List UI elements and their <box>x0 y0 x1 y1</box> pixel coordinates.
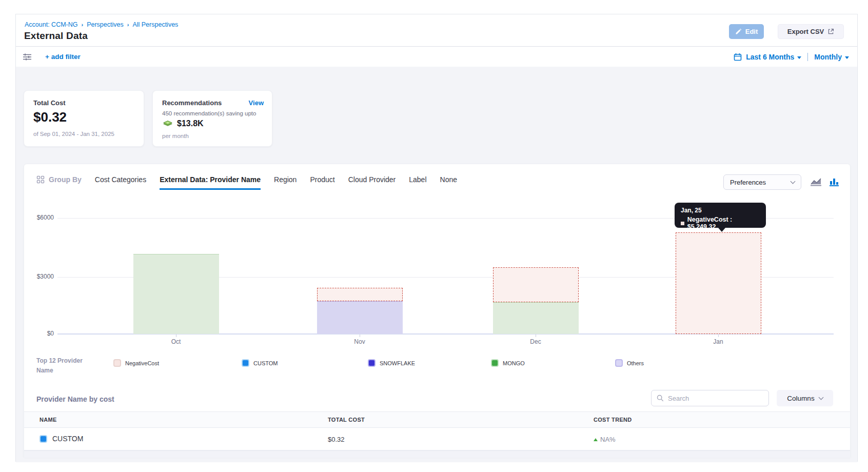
legend-item-snowflake[interactable]: SNOWFLAKE <box>368 359 415 367</box>
chart-tooltip: Jan, 25 NegativeCost : $5,249.32 <box>675 203 766 228</box>
recommendations-cadence: per month <box>162 133 189 139</box>
legend-title: Top 12 Provider Name <box>36 356 92 375</box>
tooltip-title: Jan, 25 <box>681 207 760 214</box>
bar-nov-negativecost[interactable] <box>317 288 403 301</box>
tab-cloud-provider[interactable]: Cloud Provider <box>348 175 396 190</box>
legend-item-custom[interactable]: CUSTOM <box>242 359 278 367</box>
preferences-label: Preferences <box>730 179 766 186</box>
search-box <box>651 390 769 406</box>
cell-total-cost: $0.32 <box>328 436 345 443</box>
legend-swatch <box>491 359 499 367</box>
legend-label: MONGO <box>503 360 525 366</box>
perspective-panel: Group By Cost CategoriesExternal Data: P… <box>24 164 851 457</box>
provider-name: CUSTOM <box>52 435 83 443</box>
pencil-icon <box>735 28 742 35</box>
trend-value: NA% <box>600 436 616 443</box>
legend-swatch <box>615 359 623 367</box>
edit-button-label: Edit <box>745 28 758 35</box>
time-range-label: Last 6 Months <box>746 53 794 61</box>
app-window: Account: CCM-NG›Perspectives›All Perspec… <box>15 14 858 462</box>
group-by-tabs: Cost CategoriesExternal Data: Provider N… <box>95 174 457 190</box>
bar-dec-mongo[interactable] <box>493 302 579 334</box>
legend-label: SNOWFLAKE <box>380 360 415 366</box>
group-by-label-wrap: Group By <box>36 175 82 184</box>
bar-nov-snowflake[interactable] <box>317 301 403 334</box>
cell-name: CUSTOM <box>40 435 83 443</box>
legend-label: NegativeCost <box>125 360 159 366</box>
y-tick-3000: $3000 <box>36 273 54 280</box>
x-label-dec: Dec <box>530 338 541 345</box>
chart-legend: Top 12 Provider Name NegativeCostCUSTOMS… <box>36 355 839 380</box>
table-title: Provider Name by cost <box>36 395 114 403</box>
time-controls: Last 6 Months Monthly <box>734 47 849 67</box>
filter-settings-icon[interactable] <box>23 53 32 61</box>
area-chart-icon[interactable] <box>810 176 822 187</box>
external-link-icon <box>827 28 834 35</box>
tab-label[interactable]: Label <box>409 175 426 190</box>
chevron-down-icon <box>791 179 796 184</box>
table-header-row: NAME TOTAL COST COST TREND <box>24 411 850 428</box>
column-header-cost-trend: COST TREND <box>594 417 632 423</box>
tooltip-series-swatch <box>681 222 684 225</box>
legend-swatch <box>113 359 121 367</box>
x-tick <box>360 335 360 337</box>
y-tick-0: $0 <box>36 330 54 337</box>
page-title: External Data <box>24 30 88 42</box>
table-row-custom[interactable]: CUSTOM$0.32NA% <box>24 428 850 450</box>
filter-bar: + add filter Last 6 Months Monthly <box>16 46 857 67</box>
x-tick <box>176 335 176 337</box>
bar-chart-icon[interactable] <box>829 176 839 187</box>
preferences-dropdown[interactable]: Preferences <box>723 174 801 190</box>
money-icon <box>162 120 173 128</box>
recommendations-savings: $13.8K <box>177 119 204 128</box>
tab-product[interactable]: Product <box>310 175 334 190</box>
column-header-total-cost: TOTAL COST <box>328 417 365 423</box>
recommendations-card: Recommendations View 450 recommendation(… <box>152 90 272 147</box>
legend-item-mongo[interactable]: MONGO <box>491 359 525 367</box>
export-csv-label: Export CSV <box>787 28 824 35</box>
divider <box>807 53 808 61</box>
legend-item-others[interactable]: Others <box>615 359 644 367</box>
search-icon <box>657 395 664 402</box>
breadcrumb: Account: CCM-NG›Perspectives›All Perspec… <box>25 21 178 28</box>
legend-swatch <box>242 359 249 367</box>
x-label-jan: Jan <box>713 338 723 345</box>
group-by-row: Group By Cost CategoriesExternal Data: P… <box>36 174 457 192</box>
total-cost-title: Total Cost <box>33 99 66 107</box>
x-tick <box>536 335 536 337</box>
columns-button[interactable]: Columns <box>777 390 833 406</box>
time-range-dropdown[interactable]: Last 6 Months <box>746 53 801 61</box>
trend-up-icon <box>594 438 598 441</box>
breadcrumb-item[interactable]: Perspectives <box>87 21 124 28</box>
legend-swatch <box>368 359 376 367</box>
chevron-down-icon <box>797 56 801 59</box>
bar-oct-mongo[interactable] <box>133 254 219 334</box>
bar-jan-negativecost[interactable] <box>676 232 761 334</box>
breadcrumb-separator: › <box>127 22 129 28</box>
tab-external-data-provider-name[interactable]: External Data: Provider Name <box>160 175 261 190</box>
search-input[interactable] <box>668 395 755 402</box>
tab-cost-categories[interactable]: Cost Categories <box>95 175 146 190</box>
bar-dec-negativecost[interactable] <box>493 267 579 302</box>
x-label-nov: Nov <box>354 338 365 345</box>
column-header-name: NAME <box>40 417 57 423</box>
export-csv-button[interactable]: Export CSV <box>778 24 844 39</box>
recommendations-subtitle: 450 recommendation(s) saving upto <box>162 110 256 116</box>
breadcrumb-separator: › <box>82 22 84 28</box>
legend-item-negativecost[interactable]: NegativeCost <box>113 359 159 367</box>
granularity-dropdown[interactable]: Monthly <box>814 53 849 61</box>
add-filter-button[interactable]: + add filter <box>45 53 81 61</box>
main-content: Total Cost $0.32 of Sep 01, 2024 - Jan 3… <box>16 67 857 462</box>
tab-none[interactable]: None <box>440 175 457 190</box>
total-cost-value: $0.32 <box>33 109 67 125</box>
next-row-partial <box>24 450 850 458</box>
tab-region[interactable]: Region <box>274 175 297 190</box>
view-recommendations-link[interactable]: View <box>249 99 264 107</box>
legend-label: CUSTOM <box>253 360 278 366</box>
total-cost-period: of Sep 01, 2024 - Jan 31, 2025 <box>33 131 114 137</box>
breadcrumb-item[interactable]: All Perspectives <box>132 21 178 28</box>
granularity-label: Monthly <box>814 53 842 61</box>
edit-button[interactable]: Edit <box>729 24 764 39</box>
breadcrumb-item[interactable]: Account: CCM-NG <box>25 21 78 28</box>
chevron-down-icon <box>818 395 823 400</box>
